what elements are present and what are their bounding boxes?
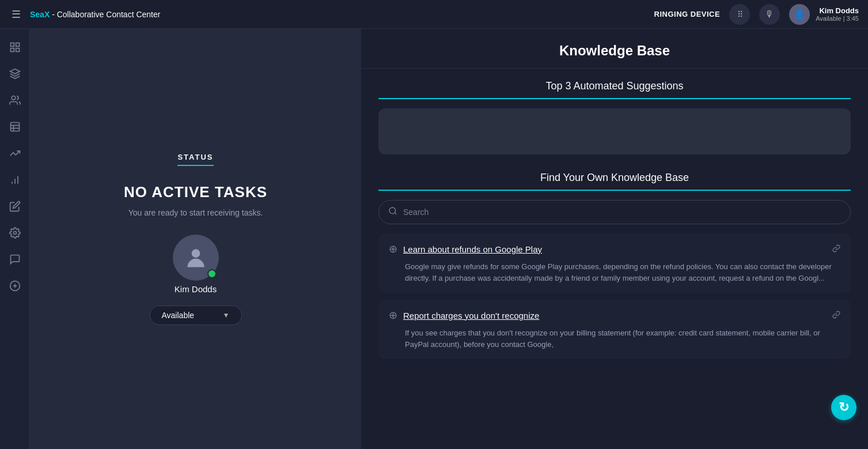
mic-button[interactable]: 🎙 [759,4,780,25]
sidebar-item-bar-chart[interactable] [3,168,26,191]
result-description-2: If you see charges that you don't recogn… [405,327,840,350]
result-description-1: Google may give refunds for some Google … [405,261,840,284]
svg-point-5 [12,96,16,100]
dropdown-arrow-icon: ▼ [223,311,230,319]
sidebar-item-edit[interactable] [3,195,26,218]
svg-point-13 [13,232,16,235]
no-active-tasks: NO ACTIVE TASKS [124,183,267,201]
svg-rect-1 [16,43,19,47]
header-right: RINGING DEVICE ⠿ 🎙 👤 Kim Dodds Available… [654,4,859,25]
suggestions-section-title: Top 3 Automated Suggestions [378,80,851,99]
svg-line-16 [395,213,396,214]
search-icon [388,206,397,218]
find-kb-title: Find Your Own Knowledge Base [378,172,851,191]
logo-sea: SeaX [30,10,50,19]
refresh-icon: ↻ [839,400,849,415]
hamburger-button[interactable]: ☰ [9,6,23,23]
sidebar-item-users[interactable] [3,89,26,112]
sidebar-item-chat[interactable] [3,248,26,271]
kb-content: Top 3 Automated Suggestions Find Your Ow… [361,69,868,449]
svg-point-14 [191,249,200,258]
search-box [378,200,851,224]
kb-title: Knowledge Base [373,43,856,59]
sidebar-item-puzzle[interactable] [3,274,26,297]
center-panel: STATUS NO ACTIVE TASKS You are ready to … [30,29,361,449]
agent-avatar [173,235,219,281]
status-label: STATUS [177,153,213,166]
sidebar [0,29,30,449]
svg-rect-0 [10,43,14,47]
user-avatar-header: 👤 [789,4,810,25]
expand-icon-2[interactable]: ⊕ [389,309,397,322]
knowledge-base-panel: Knowledge Base Top 3 Automated Suggestio… [361,29,868,449]
svg-rect-6 [10,123,19,131]
svg-point-15 [389,207,396,214]
online-status-dot [207,269,217,278]
result-title-2[interactable]: Report charges you don't recognize [403,311,827,320]
refresh-button[interactable]: ↻ [831,395,856,420]
avatar-person-icon [183,245,209,270]
svg-rect-2 [10,48,14,52]
search-input[interactable] [403,207,841,217]
sidebar-item-table[interactable] [3,115,26,138]
suggestions-box [378,108,851,154]
grid-icon: ⠿ [737,10,742,19]
agent-name: Kim Dodds [175,284,217,294]
kb-result-item-1: ⊕ Learn about refunds on Google Play Goo… [378,233,851,293]
status-dropdown-value: Available [162,311,195,320]
link-icon-2[interactable] [832,311,840,320]
sidebar-item-settings[interactable] [3,221,26,244]
user-details: Kim Dodds Available | 3:45 [816,6,859,22]
avatar-icon: 👤 [794,9,805,20]
svg-marker-4 [10,69,20,74]
ready-text: You are ready to start receiving tasks. [128,208,263,217]
expand-icon-1[interactable]: ⊕ [389,243,397,255]
user-info[interactable]: 👤 Kim Dodds Available | 3:45 [789,4,859,25]
sidebar-item-chart[interactable] [3,142,26,165]
kb-header: Knowledge Base [361,29,868,69]
sidebar-item-stack[interactable] [3,62,26,85]
top-header: ☰ SeaX - Collaborative Contact Center RI… [0,0,868,29]
ringing-device-label: RINGING DEVICE [654,10,721,18]
kb-result-header-2: ⊕ Report charges you don't recognize [389,309,840,322]
sidebar-item-layers[interactable] [3,36,26,59]
hamburger-icon: ☰ [12,9,21,20]
kb-result-header-1: ⊕ Learn about refunds on Google Play [389,243,840,255]
logo-text: SeaX - Collaborative Contact Center [30,10,160,19]
user-status-header: Available | 3:45 [816,15,859,22]
svg-rect-3 [16,48,19,52]
kb-result-item-2: ⊕ Report charges you don't recognize If … [378,300,851,359]
main-layout: STATUS NO ACTIVE TASKS You are ready to … [0,29,868,449]
grid-button[interactable]: ⠿ [729,4,750,25]
user-name-header: Kim Dodds [816,6,859,15]
link-icon-1[interactable] [832,244,840,254]
result-title-1[interactable]: Learn about refunds on Google Play [403,244,827,254]
logo-rest: - Collaborative Contact Center [50,10,160,19]
header-left: ☰ SeaX - Collaborative Contact Center [9,6,160,23]
status-dropdown[interactable]: Available ▼ [150,305,242,325]
mic-icon: 🎙 [765,9,774,20]
